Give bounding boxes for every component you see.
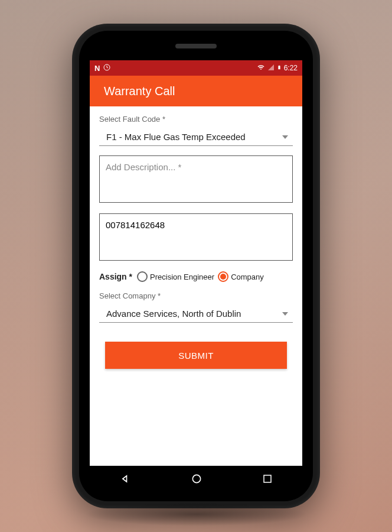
company-value: Advance Services, North of Dublin [106, 309, 241, 319]
svg-point-1 [192, 475, 200, 482]
android-nav-bar [90, 466, 302, 494]
company-spinner[interactable]: Advance Services, North of Dublin [99, 305, 293, 323]
fault-code-label: Select Fault Code * [99, 115, 293, 124]
app-bar: Warranty Call [90, 76, 302, 106]
assign-label: Assign * [99, 272, 132, 281]
radio-company[interactable]: Company [218, 271, 264, 282]
form-content: Select Fault Code * F1 - Max Flue Gas Te… [90, 106, 302, 466]
description-input[interactable] [99, 155, 293, 203]
radio-icon [137, 271, 148, 282]
radio-precision-engineer[interactable]: Precision Engineer [137, 271, 214, 282]
recent-apps-icon[interactable] [262, 473, 273, 486]
status-bar: N 6:22 [90, 60, 302, 76]
sync-icon [103, 64, 110, 73]
home-icon[interactable] [191, 473, 202, 487]
wifi-icon [257, 64, 265, 73]
android-n-icon: N [94, 64, 100, 73]
submit-button[interactable]: SUBMIT [105, 342, 287, 369]
fault-code-spinner[interactable]: F1 - Max Flue Gas Temp Exceeded [99, 128, 293, 146]
status-time: 6:22 [284, 64, 298, 72]
phone-input[interactable] [99, 213, 293, 261]
radio-icon-checked [218, 271, 228, 282]
fault-code-value: F1 - Max Flue Gas Temp Exceeded [106, 132, 246, 142]
assign-row: Assign * Precision Engineer Company [99, 271, 293, 282]
back-icon[interactable] [119, 473, 131, 487]
battery-icon [277, 63, 282, 73]
company-label: Select Comapny * [99, 291, 293, 300]
app-title: Warranty Call [104, 85, 175, 98]
phone-speaker [175, 44, 217, 48]
signal-icon [267, 64, 275, 73]
radio-label: Precision Engineer [150, 273, 214, 281]
phone-device: N 6:22 [72, 24, 320, 508]
svg-rect-2 [264, 475, 271, 482]
chevron-down-icon [282, 135, 288, 139]
chevron-down-icon [282, 312, 288, 316]
app-screen: N 6:22 [90, 60, 302, 466]
radio-label: Company [231, 273, 264, 281]
